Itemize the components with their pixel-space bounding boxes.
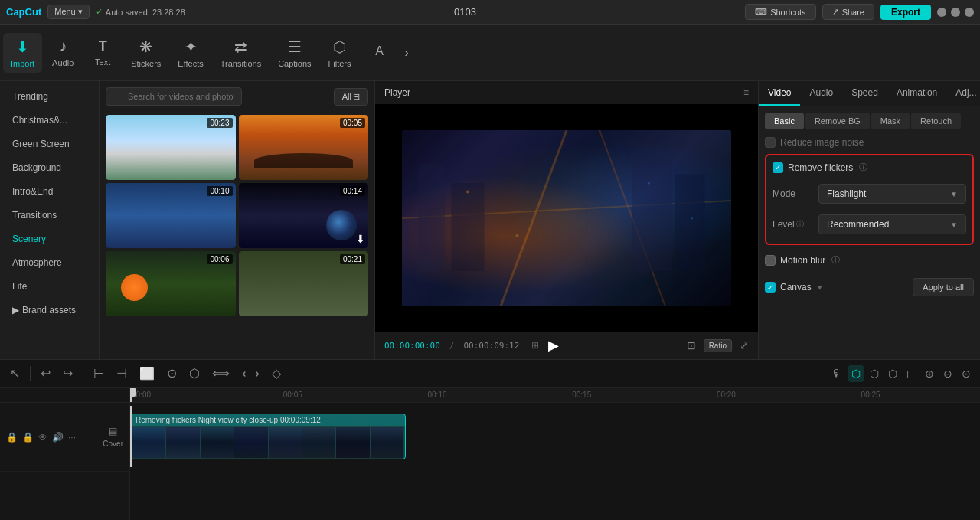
remove-flickers-info-icon[interactable]: ⓘ — [859, 162, 867, 173]
toolbar-stickers[interactable]: ❋ Stickers — [123, 33, 168, 73]
ratio-button[interactable]: Ratio — [704, 339, 732, 352]
sidebar-item-transitions[interactable]: Transitions — [3, 204, 96, 227]
more-track-icon[interactable]: ··· — [68, 432, 76, 443]
plus-icon[interactable]: ⊕ — [922, 365, 937, 382]
freeze-tool[interactable]: ⊙ — [163, 364, 181, 383]
canvas-checkbox[interactable] — [765, 282, 776, 293]
sub-tab-basic[interactable]: Basic — [765, 113, 804, 129]
sidebar-item-christmas[interactable]: Christmas&... — [3, 109, 96, 132]
level-info-icon[interactable]: ⓘ — [796, 219, 804, 230]
maximize-button[interactable] — [951, 8, 960, 17]
crop-icon[interactable]: ⊡ — [687, 339, 696, 352]
link-icon[interactable]: ⬡ — [885, 365, 900, 382]
tab-video[interactable]: Video — [759, 81, 800, 106]
reduce-noise-checkbox[interactable] — [765, 137, 776, 148]
sidebar-item-life[interactable]: Life — [3, 275, 96, 298]
sidebar-item-brand-assets[interactable]: ▶ Brand assets — [3, 299, 96, 322]
tab-audio[interactable]: Audio — [800, 81, 842, 106]
level-dropdown[interactable]: Recommended ▼ — [818, 214, 966, 234]
playhead[interactable] — [130, 388, 132, 402]
undo-tool[interactable]: ↩ — [37, 364, 54, 383]
timeline-body: 🔒 🔒 👁 🔊 ··· ▤ Cover 00:00 00:05 00:1 — [0, 388, 980, 520]
minus-icon[interactable]: ⊖ — [940, 365, 956, 382]
ruler-label-spacer — [0, 388, 129, 403]
delete-tool[interactable]: ⬜ — [136, 364, 158, 383]
menu-button[interactable]: Menu ▾ — [47, 5, 90, 19]
text-label: Text — [95, 57, 110, 67]
apply-to-all-button[interactable]: Apply to all — [913, 278, 974, 296]
tab-adjust[interactable]: Adj... — [946, 81, 980, 106]
eye-icon[interactable]: 👁 — [38, 432, 47, 443]
media-thumb[interactable]: 00:10 — [106, 183, 236, 248]
motion-blur-info-icon[interactable]: ⓘ — [831, 254, 840, 266]
redo-tool[interactable]: ↪ — [59, 364, 77, 383]
toolbar-text[interactable]: T Text — [83, 34, 122, 71]
media-thumb[interactable]: 00:14 ⬇ — [239, 183, 369, 248]
toolbar-audio[interactable]: ♪ Audio — [44, 33, 82, 72]
sidebar-item-intro-end[interactable]: Intro&End — [3, 180, 96, 203]
sub-tab-remove-bg[interactable]: Remove BG — [805, 113, 870, 129]
toolbar-import[interactable]: ⬇ Import — [3, 33, 42, 73]
sidebar-item-scenery[interactable]: Scenery — [3, 227, 96, 250]
all-filter-button[interactable]: All ⊟ — [334, 88, 368, 106]
canvas-dropdown-icon[interactable]: ▾ — [818, 283, 822, 293]
lock2-icon[interactable]: 🔒 — [22, 432, 34, 443]
minimize-button[interactable] — [937, 8, 946, 17]
clip-frame — [201, 427, 234, 458]
sidebar-item-green-screen[interactable]: Green Screen — [3, 132, 96, 155]
zoom-icon[interactable]: ⊙ — [959, 365, 974, 382]
crop-tool[interactable]: ⬡ — [185, 364, 204, 383]
shortcuts-button[interactable]: ⌨ Shortcuts — [745, 4, 815, 20]
media-thumb[interactable]: 00:21 — [239, 251, 369, 316]
split3-icon[interactable]: ⊢ — [903, 365, 919, 382]
media-thumb[interactable]: 00:05 — [239, 115, 369, 180]
flip-h-tool[interactable]: ⟺ — [208, 364, 234, 383]
split-tool[interactable]: ⊢ — [90, 364, 108, 383]
split2-tool[interactable]: ⊣ — [113, 364, 131, 383]
tab-speed[interactable]: Speed — [842, 81, 887, 106]
close-button[interactable] — [965, 8, 974, 17]
toolbar-more[interactable]: A — [361, 40, 399, 66]
sub-tab-retouch[interactable]: Retouch — [911, 113, 961, 129]
mic-icon[interactable]: 🎙 — [828, 365, 845, 382]
toolbar-expand-icon[interactable]: › — [400, 46, 413, 60]
share-button[interactable]: ↗ Share — [822, 4, 874, 20]
track-area: Removing flickers Night view city close-… — [130, 406, 980, 467]
player-menu-icon[interactable]: ≡ — [743, 87, 749, 98]
clip-frame — [132, 427, 165, 458]
motion-blur-checkbox[interactable] — [765, 255, 776, 266]
select-tool[interactable]: ↖ — [6, 364, 24, 383]
top-bar: CapCut Menu ▾ ✓ Auto saved: 23:28:28 010… — [0, 0, 980, 25]
media-thumb[interactable]: 00:06 — [106, 251, 236, 316]
toolbar-captions[interactable]: ☰ Captions — [270, 33, 318, 73]
play-button[interactable]: ▶ — [548, 337, 559, 354]
snap-icon[interactable]: ⬡ — [848, 365, 864, 382]
mode-dropdown[interactable]: Flashlight ▼ — [818, 184, 966, 204]
thumb-duration: 00:14 — [340, 186, 365, 196]
svg-point-7 — [466, 190, 469, 193]
check-icon: ✓ — [96, 7, 103, 17]
remove-flickers-checkbox[interactable] — [773, 162, 783, 173]
toolbar-filters[interactable]: ⬡ Filters — [321, 33, 359, 73]
sidebar-item-background[interactable]: Background — [3, 156, 96, 179]
toolbar-transitions[interactable]: ⇄ Transitions — [213, 33, 269, 73]
video-clip[interactable]: Removing flickers Night view city close-… — [130, 414, 406, 459]
flip-v-tool[interactable]: ⟷ — [238, 364, 263, 383]
magnet-icon[interactable]: ⬡ — [867, 365, 882, 382]
download-icon[interactable]: ⬇ — [356, 233, 365, 245]
audio-track-icon[interactable]: 🔊 — [52, 432, 64, 443]
clip-frame — [336, 427, 369, 458]
sidebar-item-atmosphere[interactable]: Atmosphere — [3, 251, 96, 274]
media-thumb[interactable]: 00:23 — [106, 115, 236, 180]
keyframe-tool[interactable]: ◇ — [268, 364, 285, 383]
right-panel: Video Audio Speed Animation Adj... Basic… — [758, 81, 980, 359]
toolbar-effects[interactable]: ✦ Effects — [170, 33, 211, 73]
lock-icon[interactable]: 🔒 — [6, 432, 18, 443]
sidebar-item-trending[interactable]: Trending — [3, 85, 96, 108]
sub-tab-mask[interactable]: Mask — [871, 113, 910, 129]
cover-button[interactable]: ▤ Cover — [103, 426, 123, 448]
export-button[interactable]: Export — [880, 5, 931, 20]
search-input[interactable] — [106, 87, 242, 106]
fullscreen-icon[interactable]: ⤢ — [740, 339, 749, 352]
tab-animation[interactable]: Animation — [887, 81, 946, 106]
